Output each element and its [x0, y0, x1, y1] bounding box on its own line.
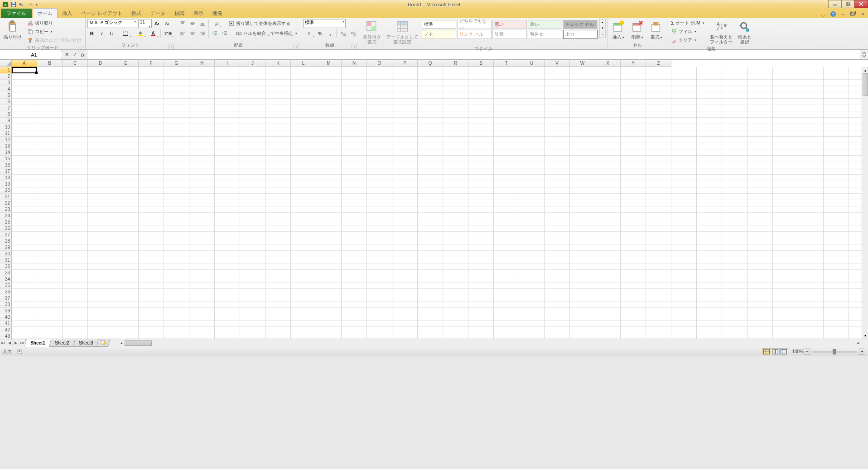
column-header[interactable]: G [164, 60, 189, 67]
column-header[interactable]: R [443, 60, 468, 67]
percent-icon[interactable]: % [316, 29, 325, 38]
scroll-up-icon[interactable]: ▴ [862, 67, 868, 73]
tab-review[interactable]: 校閲 [170, 9, 189, 18]
tab-formulas[interactable]: 数式 [127, 9, 146, 18]
style-memo[interactable]: メモ [422, 30, 456, 39]
delete-cells-button[interactable]: 削除 ▾ [629, 19, 646, 40]
tab-data[interactable]: データ [146, 9, 170, 18]
column-header[interactable]: W [570, 60, 595, 67]
row-header[interactable]: 31 [0, 257, 12, 263]
row-header[interactable]: 21 [0, 194, 12, 200]
row-header[interactable]: 28 [0, 238, 12, 244]
row-header[interactable]: 10 [0, 124, 12, 130]
close-button[interactable] [854, 0, 868, 8]
row-header[interactable]: 8 [0, 111, 12, 118]
style-calc[interactable]: 計算 [492, 30, 527, 39]
sheet-tab[interactable]: Sheet1 [24, 340, 51, 347]
column-header[interactable]: U [519, 60, 545, 67]
enter-formula-icon[interactable]: ✓ [72, 52, 78, 58]
number-format-select[interactable]: 標準 [303, 19, 346, 28]
row-header[interactable]: 38 [0, 302, 12, 308]
style-normal[interactable]: 標準 [422, 20, 456, 29]
zoom-in-icon[interactable]: + [859, 349, 865, 355]
scroll-left-icon[interactable]: ◂ [118, 340, 125, 346]
ribbon-minimize-icon[interactable]: ◡ [820, 11, 826, 17]
row-header[interactable]: 7 [0, 105, 12, 111]
view-normal-icon[interactable] [762, 348, 771, 355]
row-header[interactable]: 27 [0, 232, 12, 238]
accounting-format-icon[interactable]: ¥ [303, 29, 315, 38]
column-header[interactable]: E [113, 60, 139, 67]
workbook-minimize-icon[interactable]: — [840, 11, 846, 17]
insert-function-icon[interactable]: fx [80, 52, 86, 58]
tab-page-layout[interactable]: ページ レイアウト [77, 9, 127, 18]
column-header[interactable]: N [342, 60, 367, 67]
style-bad[interactable]: 悪い [492, 20, 527, 29]
row-header[interactable]: 26 [0, 225, 12, 232]
column-header[interactable]: S [468, 60, 494, 67]
style-link[interactable]: リンク セル [457, 30, 492, 39]
font-launcher-icon[interactable]: ↘ [169, 44, 174, 49]
view-page-break-icon[interactable] [779, 348, 788, 355]
scroll-thumb-horizontal[interactable] [125, 340, 152, 346]
column-header[interactable]: V [545, 60, 570, 67]
row-header[interactable]: 41 [0, 321, 12, 327]
styles-scroll-down-icon[interactable]: ▾ [600, 25, 605, 31]
column-header[interactable]: H [189, 60, 215, 67]
column-header[interactable]: Q [418, 60, 443, 67]
column-header[interactable]: P [392, 60, 418, 67]
name-box-input[interactable] [0, 52, 65, 57]
row-header[interactable]: 15 [0, 156, 12, 162]
row-header[interactable]: 39 [0, 308, 12, 314]
vertical-scrollbar[interactable]: ▴ ▾ [862, 67, 868, 339]
decrease-indent-icon[interactable] [210, 29, 219, 38]
row-header[interactable]: 14 [0, 149, 12, 156]
horizontal-scrollbar[interactable]: ◂ ▸ [118, 339, 868, 347]
column-header[interactable]: C [63, 60, 88, 67]
column-header[interactable]: L [291, 60, 316, 67]
excel-icon[interactable]: X [2, 1, 9, 8]
row-header[interactable]: 35 [0, 282, 12, 289]
column-header[interactable]: T [494, 60, 519, 67]
clear-button[interactable]: クリア▾ [669, 36, 706, 44]
find-select-button[interactable]: 検索と 選択 [736, 19, 753, 45]
copy-button[interactable]: コピー▾ [25, 28, 83, 36]
scroll-thumb-vertical[interactable] [863, 73, 868, 96]
view-page-layout-icon[interactable] [771, 348, 780, 355]
scroll-down-icon[interactable]: ▾ [862, 332, 868, 339]
underline-icon[interactable]: U [107, 29, 116, 38]
zoom-slider[interactable] [812, 351, 857, 353]
row-header[interactable]: 25 [0, 219, 12, 225]
scroll-right-icon[interactable]: ▸ [855, 340, 862, 346]
row-header[interactable]: 9 [0, 118, 12, 124]
select-all-corner[interactable] [0, 60, 12, 67]
zoom-slider-handle[interactable] [833, 349, 836, 354]
row-header[interactable]: 12 [0, 137, 12, 143]
sort-filter-button[interactable]: AZ 並べ替えと フィルター [708, 19, 734, 45]
font-color-icon[interactable]: A [147, 29, 159, 38]
increase-indent-icon[interactable] [220, 29, 229, 38]
increase-decimal-icon[interactable]: .0.00 [338, 29, 347, 38]
row-header[interactable]: 4 [0, 86, 12, 92]
undo-icon[interactable] [18, 1, 25, 8]
font-size-select[interactable]: 11 [138, 19, 152, 28]
row-header[interactable]: 30 [0, 251, 12, 257]
align-center-icon[interactable] [188, 29, 197, 38]
column-header[interactable]: X [595, 60, 621, 67]
row-header[interactable]: 29 [0, 244, 12, 251]
conditional-formatting-button[interactable]: 条件付き 書式 [361, 19, 383, 45]
autosum-button[interactable]: Σオート SUM▾ [669, 19, 706, 27]
wrap-text-button[interactable]: 折り返して全体を表示する [227, 19, 292, 28]
row-header[interactable]: 6 [0, 99, 12, 105]
new-sheet-button[interactable] [96, 339, 111, 347]
workbook-close-icon[interactable]: ✕ [860, 11, 866, 17]
tab-file[interactable]: ファイル [1, 9, 32, 18]
column-header[interactable]: Z [646, 60, 671, 67]
tab-view[interactable]: 表示 [189, 9, 208, 18]
fill-color-icon[interactable] [135, 29, 146, 38]
column-header[interactable]: O [367, 60, 392, 67]
column-header[interactable]: K [265, 60, 291, 67]
sheet-tab[interactable]: Sheet2 [49, 340, 75, 347]
style-good[interactable]: 良い [528, 20, 562, 29]
clipboard-launcher-icon[interactable]: ↘ [78, 47, 83, 52]
